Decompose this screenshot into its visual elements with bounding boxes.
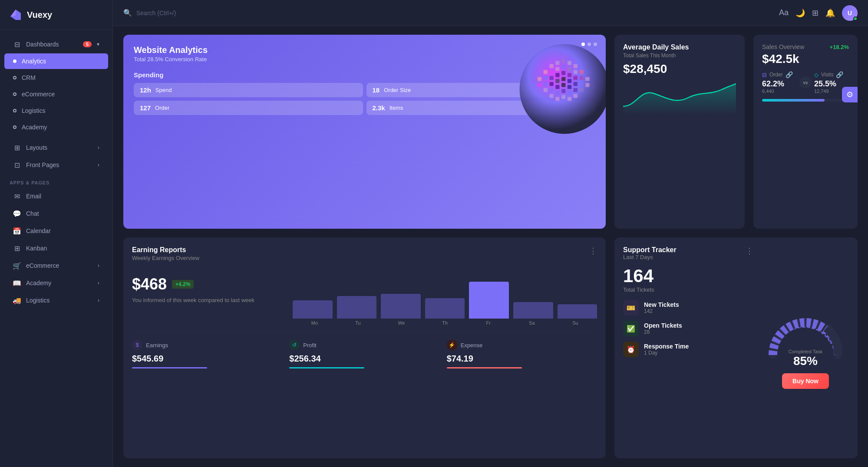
bar-group-tu [337,296,377,319]
bar-label-fr: Fr [467,320,510,326]
svg-rect-17 [550,76,554,80]
sidebar-item-ecommerce[interactable]: eCommerce [4,86,108,102]
svg-rect-29 [568,79,571,83]
profit-icon: ↺ [289,340,300,350]
earning-pct-badge: +4.2% [172,280,194,289]
svg-rect-38 [574,88,578,92]
svg-rect-14 [580,70,584,74]
svg-rect-42 [561,89,565,93]
svg-rect-11 [561,65,565,69]
svg-rect-7 [574,64,578,68]
bar-label-th: Th [423,320,467,326]
earnings-value: $545.69 [132,354,282,364]
website-analytics-card: Website Analytics Total 28.5% Conversion… [123,35,606,229]
profit-value: $256.34 [289,354,439,364]
visits-icon: ◇ [814,72,818,78]
sidebar-item-chat[interactable]: 💬 Chat [4,205,108,222]
sidebar-item-email[interactable]: ✉ Email [4,188,108,204]
grid-icon[interactable]: ⊞ [812,8,818,18]
calendar-icon: 📅 [13,227,21,235]
sidebar-item-calendar[interactable]: 📅 Calendar [4,223,108,239]
dark-mode-icon[interactable]: 🌙 [795,8,805,18]
sidebar-item-analytics[interactable]: Analytics [4,53,108,69]
sidebar-item-layouts[interactable]: ⊞ Layouts › [4,139,108,156]
svg-rect-37 [568,85,571,89]
sidebar-item-front-pages[interactable]: ⊡ Front Pages › [4,157,108,173]
new-tickets-item: 🎫 New Tickets 142 [623,300,753,316]
topbar-icons: Aa 🌙 ⊞ 🔔 U [779,5,858,21]
search-input[interactable] [136,10,774,16]
ecommerce2-icon: 🛒 [13,262,21,270]
svg-rect-12 [568,67,571,71]
support-more-icon[interactable]: ⋮ [746,246,753,256]
app-name: Vuexy [27,10,52,20]
vs-badge: vs [799,76,812,89]
sidebar-item-kanban[interactable]: ⊞ Kanban [4,240,108,257]
front-pages-icon: ⊡ [13,161,21,169]
bell-icon[interactable]: 🔔 [825,8,835,18]
svg-rect-6 [568,61,571,65]
sidebar-item-academy2[interactable]: 📖 Academy › [4,275,108,291]
bar-group-sa [513,302,553,319]
svg-rect-36 [561,83,565,87]
svg-rect-5 [561,59,565,63]
earning-note: You informed of this week compared to la… [132,297,284,303]
gauge-chart: Completed Task 85% [766,307,845,368]
avg-sales-subtitle: Total Sales This Month [623,53,736,59]
dashboards-chevron-icon: ▾ [97,41,99,47]
svg-rect-39 [580,88,584,92]
svg-rect-10 [555,67,559,71]
sidebar-item-logistics2[interactable]: 🚚 Logistics › [4,292,108,309]
support-subtitle: Last 7 Days [623,254,677,260]
sales-progress-fill [762,99,825,102]
svg-rect-31 [580,82,584,86]
earning-title: Earning Reports [132,246,199,254]
buy-now-button[interactable]: Buy Now [782,373,829,389]
sidebar-item-logistics[interactable]: Logistics [4,103,108,118]
bar-th [425,298,465,319]
logo-area: Vuexy [0,0,112,30]
svg-rect-20 [568,73,571,77]
bar-sa [513,302,553,319]
sidebar-item-ecommerce2[interactable]: 🛒 eCommerce › [4,257,108,274]
earning-more-icon[interactable]: ⋮ [589,246,597,256]
svg-rect-46 [561,95,565,99]
bar-we [381,294,421,319]
order-pct: 62.2% [762,79,797,89]
svg-rect-44 [574,94,578,98]
expense-underline [447,367,522,368]
new-tickets-icon: 🎫 [623,300,639,316]
svg-rect-45 [555,97,559,101]
chat-icon: 💬 [13,210,21,217]
svg-rect-9 [550,70,554,74]
svg-rect-13 [574,70,578,74]
sales-compare-section: ⊟ Order 🔗 62.2% 6,440 vs ◇ Visits 🔗 25.5… [762,71,849,94]
svg-rect-16 [544,76,548,80]
bar-group-th [425,298,465,319]
open-tickets-icon: ✅ [623,321,639,336]
svg-rect-8 [544,70,548,74]
sidebar-item-academy[interactable]: Academy [4,119,108,135]
svg-rect-43 [568,91,571,95]
apps-pages-label: APPS & PAGES [0,174,112,187]
user-avatar[interactable]: U [842,5,858,21]
sidebar-item-dashboards[interactable]: ⊟ Dashboards 5 ▾ [4,36,108,53]
search-bar[interactable]: 🔍 [123,9,774,17]
ticket-list: 🎫 New Tickets 142 ✅ Open Tickets [623,300,753,357]
academy2-chevron-icon: › [98,280,99,286]
visits-link-icon[interactable]: 🔗 [836,71,843,78]
translate-icon[interactable]: Aa [779,8,789,17]
support-title: Support Tracker [623,246,677,254]
layouts-icon: ⊞ [13,144,21,151]
expense-col: ⚡ Expense $74.19 [447,340,597,368]
order-link-icon[interactable]: 🔗 [785,71,793,78]
logistics2-chevron-icon: › [98,297,99,303]
bar-labels: MoTuWeThFrSaSu [293,320,597,326]
svg-rect-34 [550,88,554,92]
bar-label-sa: Sa [510,320,554,326]
earnings-col: $ Earnings $545.69 [132,340,282,368]
customize-icon[interactable]: ⚙ [842,87,858,102]
svg-rect-41 [555,91,559,95]
expense-value: $74.19 [447,354,597,364]
sidebar-item-crm[interactable]: CRM [4,70,108,86]
